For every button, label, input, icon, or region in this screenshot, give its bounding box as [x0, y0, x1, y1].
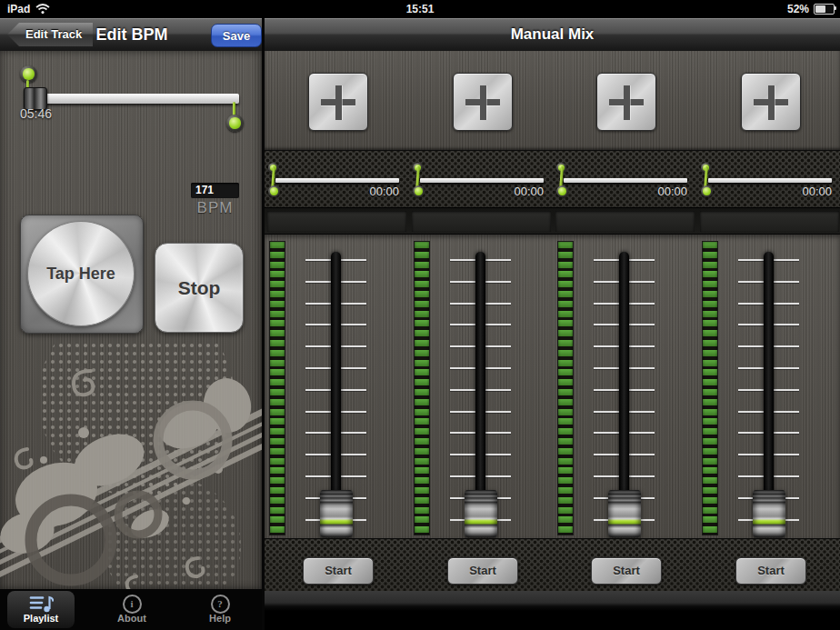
start-row: Start Start Start Start: [265, 538, 840, 591]
add-track-button-1[interactable]: [308, 73, 368, 131]
bpm-label: BPM: [191, 199, 239, 217]
fader-knob-4[interactable]: [753, 490, 785, 537]
tab-playlist[interactable]: Playlist: [7, 591, 75, 628]
right-bottom-strip: [265, 591, 840, 630]
tab-playlist-label: Playlist: [7, 613, 75, 624]
timeline-time-3: 00:00: [607, 185, 687, 198]
start-button-1[interactable]: Start: [303, 557, 374, 585]
elapsed-time-label: 05:46: [20, 106, 52, 121]
app-root: iPad 15:51 52% Edit Track Edit BPM Save …: [0, 0, 840, 630]
grunge-artwork: [0, 342, 262, 589]
vu-meter-1: [269, 241, 285, 535]
track-name-rail: [265, 207, 840, 235]
plus-icon: [480, 85, 486, 120]
start-button-2[interactable]: Start: [447, 557, 518, 585]
fader-knob-2[interactable]: [465, 490, 497, 537]
tap-button-frame: Tap Here: [20, 215, 144, 334]
stop-button[interactable]: Stop: [155, 243, 244, 333]
question-circle-icon: ?: [211, 595, 230, 614]
timeline-pin-bottom[interactable]: [556, 185, 568, 197]
edit-bpm-panel: 05:46 171 BPM Tap Here Stop: [0, 51, 262, 589]
timeline-track-2[interactable]: [420, 178, 544, 183]
fader-row: [265, 235, 840, 538]
info-circle-icon: i: [123, 595, 142, 614]
track-name-slot-3: [555, 211, 695, 232]
timeline-track-1[interactable]: [275, 178, 399, 183]
tab-help-label: Help: [186, 613, 254, 624]
track-end-pin[interactable]: [226, 115, 244, 132]
vu-meter-3: [557, 241, 574, 535]
timeline-track-4[interactable]: [708, 178, 832, 183]
timeline-time-4: 00:00: [752, 185, 832, 198]
right-panel-title: Manual Mix: [265, 18, 840, 51]
tab-bar: Playlist i About ? Help: [0, 589, 262, 630]
fader-track-2[interactable]: [475, 252, 485, 512]
fader-track-3[interactable]: [619, 252, 629, 512]
timeline-row: 00:00 00:00 00:00 00:00: [265, 150, 840, 207]
tap-here-label: Tap Here: [46, 265, 115, 284]
fader-knob-1[interactable]: [320, 490, 353, 537]
battery-icon: [814, 4, 835, 15]
add-track-button-4[interactable]: [741, 73, 801, 131]
timeline-pin-bottom[interactable]: [413, 185, 425, 197]
add-track-button-3[interactable]: [596, 73, 656, 131]
add-track-button-2[interactable]: [453, 73, 513, 131]
fader-knob-3[interactable]: [608, 490, 641, 537]
status-bar: iPad 15:51 52%: [0, 0, 840, 18]
timeline-pin-bottom[interactable]: [268, 185, 280, 197]
manual-mix-panel: 00:00 00:00 00:00 00:00: [265, 51, 840, 630]
battery-percent: 52%: [787, 3, 809, 15]
bpm-value-field[interactable]: 171: [191, 183, 239, 198]
fader-track-4[interactable]: [764, 252, 774, 512]
add-track-row: [265, 51, 840, 150]
plus-icon: [624, 85, 630, 120]
vu-meter-4: [702, 241, 718, 535]
timeline-time-2: 00:00: [464, 185, 544, 198]
track-name-slot-2: [412, 211, 551, 232]
fader-track-1[interactable]: [331, 252, 341, 512]
start-button-4[interactable]: Start: [735, 557, 806, 585]
timeline-track-3[interactable]: [564, 178, 687, 183]
track-name-slot-4: [700, 211, 839, 232]
panel-divider: [262, 18, 265, 630]
stop-label: Stop: [178, 277, 221, 299]
timeline-time-1: 00:00: [319, 185, 399, 198]
tap-here-button[interactable]: Tap Here: [27, 221, 135, 326]
start-button-3[interactable]: Start: [591, 557, 662, 585]
tab-about-label: About: [98, 613, 165, 624]
tab-help[interactable]: ? Help: [186, 591, 254, 628]
tab-about[interactable]: i About: [98, 591, 165, 628]
plus-icon: [768, 85, 775, 120]
track-position-slider[interactable]: [34, 94, 239, 104]
save-button[interactable]: Save: [211, 24, 262, 47]
plus-icon: [335, 85, 342, 120]
status-time: 15:51: [0, 3, 840, 15]
playlist-note-icon: [29, 595, 54, 613]
vu-meter-2: [414, 241, 430, 535]
timeline-pin-bottom[interactable]: [701, 185, 713, 197]
track-name-slot-1: [267, 211, 406, 232]
